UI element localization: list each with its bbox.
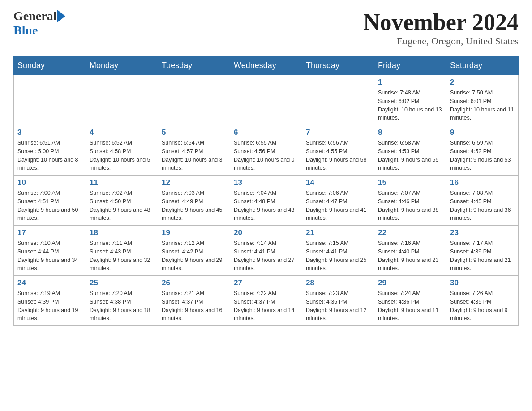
day-number: 21: [306, 228, 370, 237]
day-number: 20: [234, 228, 298, 237]
calendar-day-cell: 19Sunrise: 7:12 AM Sunset: 4:42 PM Dayli…: [158, 226, 230, 276]
day-of-week-header: Saturday: [446, 56, 519, 75]
day-info: Sunrise: 7:23 AM Sunset: 4:36 PM Dayligh…: [306, 289, 370, 323]
day-info: Sunrise: 7:22 AM Sunset: 4:37 PM Dayligh…: [234, 289, 298, 323]
day-info: Sunrise: 7:15 AM Sunset: 4:41 PM Dayligh…: [306, 239, 370, 273]
calendar-day-cell: 22Sunrise: 7:16 AM Sunset: 4:40 PM Dayli…: [374, 226, 446, 276]
day-number: 30: [450, 278, 515, 287]
day-number: 11: [90, 178, 154, 187]
day-info: Sunrise: 7:17 AM Sunset: 4:39 PM Dayligh…: [450, 239, 515, 273]
day-number: 16: [450, 178, 515, 187]
logo-arrow-icon: [57, 10, 65, 22]
calendar-week-row: 17Sunrise: 7:10 AM Sunset: 4:44 PM Dayli…: [14, 226, 519, 276]
day-info: Sunrise: 6:59 AM Sunset: 4:52 PM Dayligh…: [450, 139, 515, 172]
day-number: 29: [378, 278, 442, 287]
day-number: 10: [17, 178, 82, 187]
day-number: 1: [378, 78, 442, 87]
day-of-week-header: Thursday: [302, 56, 374, 75]
day-number: 18: [90, 228, 154, 237]
day-info: Sunrise: 7:16 AM Sunset: 4:40 PM Dayligh…: [378, 239, 442, 273]
calendar-day-cell: 24Sunrise: 7:19 AM Sunset: 4:39 PM Dayli…: [14, 276, 86, 326]
calendar-day-cell: 14Sunrise: 7:06 AM Sunset: 4:47 PM Dayli…: [302, 176, 374, 226]
day-number: 22: [378, 228, 442, 237]
title-section: November 2024 Eugene, Oregon, United Sta…: [363, 9, 519, 47]
calendar-day-cell: 1Sunrise: 7:48 AM Sunset: 6:02 PM Daylig…: [374, 75, 446, 125]
calendar-day-cell: 16Sunrise: 7:08 AM Sunset: 4:45 PM Dayli…: [446, 176, 519, 226]
calendar-day-cell: [302, 75, 374, 125]
calendar-day-cell: 12Sunrise: 7:03 AM Sunset: 4:49 PM Dayli…: [158, 176, 230, 226]
day-info: Sunrise: 7:50 AM Sunset: 6:01 PM Dayligh…: [450, 89, 515, 122]
calendar-day-cell: 6Sunrise: 6:55 AM Sunset: 4:56 PM Daylig…: [230, 125, 302, 176]
day-info: Sunrise: 7:06 AM Sunset: 4:47 PM Dayligh…: [306, 189, 370, 223]
day-number: 6: [234, 128, 298, 137]
calendar-day-cell: 8Sunrise: 6:58 AM Sunset: 4:53 PM Daylig…: [374, 125, 446, 176]
day-of-week-header: Friday: [374, 56, 446, 75]
day-info: Sunrise: 7:11 AM Sunset: 4:43 PM Dayligh…: [90, 239, 154, 273]
day-info: Sunrise: 7:24 AM Sunset: 4:36 PM Dayligh…: [378, 289, 442, 323]
calendar-day-cell: 11Sunrise: 7:02 AM Sunset: 4:50 PM Dayli…: [86, 176, 158, 226]
page-header: General Blue November 2024 Eugene, Orego…: [13, 9, 519, 47]
calendar-day-cell: 10Sunrise: 7:00 AM Sunset: 4:51 PM Dayli…: [14, 176, 86, 226]
calendar-day-cell: 26Sunrise: 7:21 AM Sunset: 4:37 PM Dayli…: [158, 276, 230, 326]
calendar-day-cell: [86, 75, 158, 125]
day-number: 19: [162, 228, 226, 237]
day-info: Sunrise: 6:56 AM Sunset: 4:55 PM Dayligh…: [306, 139, 370, 172]
calendar-day-cell: 27Sunrise: 7:22 AM Sunset: 4:37 PM Dayli…: [230, 276, 302, 326]
day-info: Sunrise: 7:00 AM Sunset: 4:51 PM Dayligh…: [17, 189, 82, 223]
day-number: 15: [378, 178, 442, 187]
day-number: 23: [450, 228, 515, 237]
calendar-day-cell: 3Sunrise: 6:51 AM Sunset: 5:00 PM Daylig…: [14, 125, 86, 176]
day-info: Sunrise: 7:07 AM Sunset: 4:46 PM Dayligh…: [378, 189, 442, 223]
day-info: Sunrise: 7:04 AM Sunset: 4:48 PM Dayligh…: [234, 189, 298, 223]
day-number: 2: [450, 78, 515, 87]
day-number: 7: [306, 128, 370, 137]
day-info: Sunrise: 6:51 AM Sunset: 5:00 PM Dayligh…: [17, 139, 82, 172]
logo: General Blue: [13, 9, 65, 38]
location-label: Eugene, Oregon, United States: [363, 35, 519, 47]
day-info: Sunrise: 6:52 AM Sunset: 4:58 PM Dayligh…: [90, 139, 154, 172]
logo-general-text: General: [13, 9, 56, 23]
logo-blue-text: Blue: [13, 23, 38, 38]
day-number: 8: [378, 128, 442, 137]
day-number: 17: [17, 228, 82, 237]
day-of-week-header: Sunday: [14, 56, 86, 75]
day-info: Sunrise: 7:02 AM Sunset: 4:50 PM Dayligh…: [90, 189, 154, 223]
calendar-day-cell: 25Sunrise: 7:20 AM Sunset: 4:38 PM Dayli…: [86, 276, 158, 326]
calendar-week-row: 3Sunrise: 6:51 AM Sunset: 5:00 PM Daylig…: [14, 125, 519, 176]
day-info: Sunrise: 7:19 AM Sunset: 4:39 PM Dayligh…: [17, 289, 82, 323]
day-number: 27: [234, 278, 298, 287]
day-number: 26: [162, 278, 226, 287]
calendar-day-cell: 4Sunrise: 6:52 AM Sunset: 4:58 PM Daylig…: [86, 125, 158, 176]
calendar-day-cell: 5Sunrise: 6:54 AM Sunset: 4:57 PM Daylig…: [158, 125, 230, 176]
calendar-day-cell: 13Sunrise: 7:04 AM Sunset: 4:48 PM Dayli…: [230, 176, 302, 226]
calendar-day-cell: 18Sunrise: 7:11 AM Sunset: 4:43 PM Dayli…: [86, 226, 158, 276]
day-info: Sunrise: 7:20 AM Sunset: 4:38 PM Dayligh…: [90, 289, 154, 323]
day-of-week-header: Wednesday: [230, 56, 302, 75]
day-number: 9: [450, 128, 515, 137]
calendar-week-row: 10Sunrise: 7:00 AM Sunset: 4:51 PM Dayli…: [14, 176, 519, 226]
day-info: Sunrise: 7:26 AM Sunset: 4:35 PM Dayligh…: [450, 289, 515, 323]
calendar-title: November 2024: [363, 9, 519, 35]
calendar-day-cell: 23Sunrise: 7:17 AM Sunset: 4:39 PM Dayli…: [446, 226, 519, 276]
day-of-week-header: Tuesday: [158, 56, 230, 75]
calendar-day-cell: 20Sunrise: 7:14 AM Sunset: 4:41 PM Dayli…: [230, 226, 302, 276]
day-info: Sunrise: 6:54 AM Sunset: 4:57 PM Dayligh…: [162, 139, 226, 172]
day-of-week-header: Monday: [86, 56, 158, 75]
calendar-header-row: SundayMondayTuesdayWednesdayThursdayFrid…: [14, 56, 519, 75]
calendar-day-cell: 9Sunrise: 6:59 AM Sunset: 4:52 PM Daylig…: [446, 125, 519, 176]
day-info: Sunrise: 7:12 AM Sunset: 4:42 PM Dayligh…: [162, 239, 226, 273]
calendar-day-cell: 29Sunrise: 7:24 AM Sunset: 4:36 PM Dayli…: [374, 276, 446, 326]
calendar-day-cell: 28Sunrise: 7:23 AM Sunset: 4:36 PM Dayli…: [302, 276, 374, 326]
calendar-day-cell: [158, 75, 230, 125]
day-number: 13: [234, 178, 298, 187]
calendar-day-cell: 21Sunrise: 7:15 AM Sunset: 4:41 PM Dayli…: [302, 226, 374, 276]
calendar-day-cell: 15Sunrise: 7:07 AM Sunset: 4:46 PM Dayli…: [374, 176, 446, 226]
calendar-week-row: 1Sunrise: 7:48 AM Sunset: 6:02 PM Daylig…: [14, 75, 519, 125]
day-number: 4: [90, 128, 154, 137]
day-number: 14: [306, 178, 370, 187]
calendar-day-cell: 7Sunrise: 6:56 AM Sunset: 4:55 PM Daylig…: [302, 125, 374, 176]
day-number: 3: [17, 128, 82, 137]
day-info: Sunrise: 6:55 AM Sunset: 4:56 PM Dayligh…: [234, 139, 298, 172]
calendar-day-cell: 30Sunrise: 7:26 AM Sunset: 4:35 PM Dayli…: [446, 276, 519, 326]
calendar-table: SundayMondayTuesdayWednesdayThursdayFrid…: [13, 56, 519, 326]
